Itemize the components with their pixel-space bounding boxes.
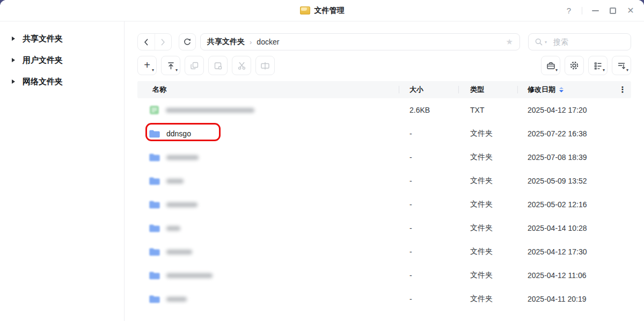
window-title: 文件管理 [314,6,345,16]
sidebar-item-label: 共享文件夹 [23,34,63,44]
gear-icon [569,61,579,70]
file-type: 文件夹 [458,271,517,280]
cut-button[interactable] [232,56,251,75]
file-modified: 2025-07-22 16:38 [517,129,614,138]
redacted-name [166,179,184,184]
refresh-icon [183,38,192,46]
column-header-modified[interactable]: 修改日期 [517,85,614,94]
table-row[interactable]: - 文件夹 2025-04-12 11:06 [137,264,631,287]
folder-icon [149,224,160,232]
table-row[interactable]: - 文件夹 2025-05-02 12:16 [137,193,631,216]
table-row-ddnsgo[interactable]: ddnsgo - 文件夹 2025-07-22 16:38 [137,122,631,145]
redacted-name [166,297,187,302]
caret-down-icon: ▾ [152,68,154,72]
file-modified: 2025-07-08 18:39 [517,153,614,162]
vertical-dots-icon: ⋮ [619,85,627,94]
copy-button[interactable] [185,56,204,75]
star-icon[interactable]: ★ [506,37,513,47]
sidebar-item-label: 用户文件夹 [23,55,63,65]
table-row[interactable]: - 文件夹 2025-04-11 20:19 [137,287,631,311]
redacted-name [166,273,213,278]
list-view-icon [594,61,603,70]
sort-button[interactable]: ▾ [612,56,631,75]
file-modified: 2025-05-09 13:52 [517,177,614,185]
breadcrumb-current[interactable]: docker [257,38,279,46]
redacted-name [166,108,254,113]
maximize-icon[interactable] [608,6,618,16]
redacted-name [166,202,197,207]
sidebar-item-label: 网络文件夹 [23,77,63,87]
upload-icon [166,61,175,70]
chevron-right-icon [12,37,15,41]
file-modified: 2025-05-02 12:16 [517,200,614,209]
redacted-name [166,155,199,160]
scissors-icon [237,61,246,70]
back-icon [144,39,149,46]
table-row[interactable]: - 文件夹 2025-04-12 17:30 [137,240,631,264]
close-icon[interactable]: ✕ [626,6,635,16]
file-table: 名称 大小 类型 修改日期 ⋮ [137,81,631,311]
paste-button[interactable] [208,56,228,75]
settings-button[interactable] [565,56,584,75]
sort-icon [617,61,626,70]
titlebar: 文件管理 ? ✕ [0,0,644,21]
view-mode-button[interactable]: ▾ [588,56,608,75]
caret-down-icon: ▾ [175,68,178,72]
search-input[interactable] [528,33,631,50]
table-row[interactable]: - 文件夹 2025-07-08 18:39 [137,145,631,169]
upload-button[interactable]: ▾ [161,56,180,75]
help-icon[interactable]: ? [564,6,574,16]
chevron-right-icon [12,58,15,62]
file-type: 文件夹 [458,129,517,138]
file-type: TXT [458,106,517,114]
sidebar-item-user-folders[interactable]: 用户文件夹 [0,49,124,71]
file-type: 文件夹 [458,200,517,209]
rename-icon [260,61,270,70]
toolbox-button[interactable]: ▾ [541,56,560,75]
file-size: - [399,129,458,138]
file-modified: 2025-04-12 11:06 [517,271,614,280]
redacted-name [166,250,192,254]
column-header-type[interactable]: 类型 [458,85,517,94]
folder-icon [149,271,160,280]
column-header-name[interactable]: 名称 [137,85,399,94]
window-controls: ? ✕ [564,0,635,21]
table-row[interactable]: - 文件夹 2025-04-14 10:28 [137,216,631,240]
file-type: 文件夹 [458,294,517,304]
file-size: - [399,295,458,303]
column-settings-button[interactable]: ⋮ [614,85,631,94]
paste-icon [214,61,223,70]
new-item-button[interactable]: + ▾ [137,56,157,75]
navigation-bar: 共享文件夹 › docker ★ ▾ [137,33,631,50]
refresh-button[interactable] [179,33,196,50]
file-type: 文件夹 [458,176,517,186]
controls-divider [582,7,582,14]
rename-button[interactable] [255,56,275,75]
file-name: ddnsgo [166,129,191,138]
sidebar: 共享文件夹 用户文件夹 网络文件夹 [0,21,125,321]
breadcrumb-root[interactable]: 共享文件夹 [207,37,245,47]
sidebar-item-network-folders[interactable]: 网络文件夹 [0,71,124,92]
text-file-icon [149,105,159,115]
file-modified: 2025-04-11 20:19 [517,295,614,303]
file-size: - [399,153,458,162]
action-toolbar: + ▾ ▾ [137,56,631,75]
folder-icon [149,200,160,209]
forward-button[interactable] [155,34,172,50]
folder-icon [149,153,160,162]
chevron-right-icon [12,79,15,84]
sidebar-item-shared-folders[interactable]: 共享文件夹 [0,28,124,49]
minimize-icon[interactable] [590,6,600,16]
file-size: 2.6KB [399,106,458,114]
table-row[interactable]: 2.6KB TXT 2025-04-12 17:20 [137,98,631,122]
table-row[interactable]: - 文件夹 2025-05-09 13:52 [137,169,631,193]
column-header-size[interactable]: 大小 [399,85,458,94]
breadcrumb-separator: › [250,38,252,46]
file-modified: 2025-04-12 17:20 [517,106,614,114]
title-wrap: 文件管理 [300,6,345,16]
folder-icon [149,129,160,138]
folder-icon [149,177,160,185]
back-button[interactable] [138,34,155,50]
history-button-group [137,33,172,50]
redacted-name [166,226,180,231]
